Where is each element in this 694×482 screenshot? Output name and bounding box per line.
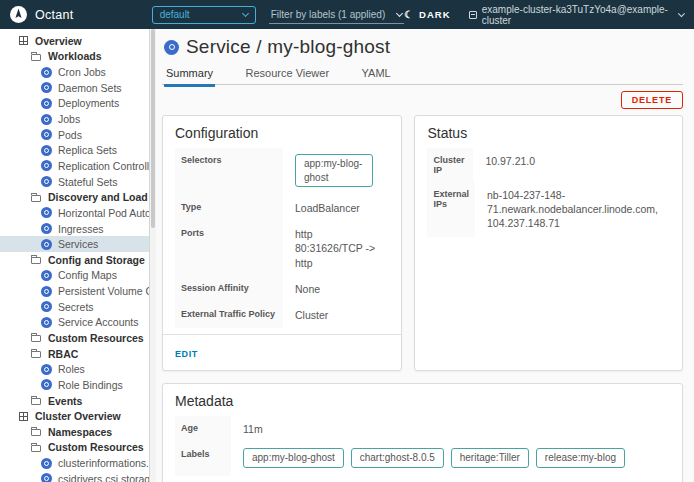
config-row: Type LoadBalancer [175, 195, 389, 221]
sidebar-item[interactable]: Replication Controllers [0, 158, 149, 174]
sidebar-item[interactable]: Roles [0, 361, 149, 377]
label-filter-dropdown[interactable]: Filter by labels (1 applied) [269, 6, 404, 24]
applications-icon [19, 36, 28, 45]
sidebar-item-label: Config and Storage [48, 254, 145, 266]
sidebar-item[interactable]: Services [0, 236, 149, 252]
config-row-value: app:my-blog-ghost [295, 154, 373, 187]
sidebar-item-label: Persistent Volume Claims [58, 285, 149, 297]
sidebar-item[interactable]: Horizontal Pod Autoscalers [0, 205, 149, 221]
sidebar-item[interactable]: Config Maps [0, 268, 149, 284]
tab[interactable]: YAML [360, 64, 393, 84]
label-tag: release:my-blog [536, 448, 625, 468]
sidebar-item[interactable]: Jobs [0, 111, 149, 127]
theme-toggle-button[interactable]: ☾ DARK [404, 9, 450, 20]
sidebar-item-label: Deployments [58, 97, 119, 109]
sidebar-item[interactable]: Replica Sets [0, 142, 149, 158]
chevron-down-icon [242, 10, 249, 17]
sidebar-item-label: Service Accounts [58, 316, 139, 328]
config-row-label: Selectors [175, 148, 283, 195]
app-header: Octant default Filter by labels (1 appli… [0, 0, 694, 29]
edit-link[interactable]: EDIT [175, 349, 198, 359]
config-row-value: LoadBalancer [295, 202, 360, 214]
sidebar-item[interactable]: Stateful Sets [0, 174, 149, 190]
chevron-down-icon [396, 9, 403, 16]
folder-icon [31, 351, 41, 358]
tab[interactable]: Resource Viewer [244, 64, 332, 84]
config-row-label: External Traffic Policy [175, 302, 283, 328]
cluster-icon [469, 11, 477, 19]
metadata-labels-row: Labels app:my-blog-ghost chart:ghost-8.0… [175, 442, 670, 476]
folder-icon [31, 429, 41, 436]
sidebar-item[interactable]: Discovery and Load Balancing [0, 189, 149, 205]
sidebar-item-label: Workloads [48, 50, 101, 62]
sidebar-item[interactable]: Service Accounts [0, 315, 149, 331]
folder-icon [31, 257, 41, 264]
page-title: Service / my-blog-ghost [186, 36, 390, 58]
resource-circle-icon [41, 129, 52, 140]
sidebar-item[interactable]: clusterinformations.crd.projec [0, 455, 149, 471]
sidebar-item[interactable]: csidrivers.csi.storage.k8s.io [0, 471, 149, 482]
age-value: 11m [231, 416, 670, 442]
sidebar-item-label: Horizontal Pod Autoscalers [58, 207, 149, 219]
tab[interactable]: Summary [164, 64, 215, 87]
app-title: Octant [35, 8, 74, 22]
sidebar-item[interactable]: RBAC [0, 346, 149, 362]
sidebar-item-label: Secrets [58, 301, 94, 313]
sidebar-item[interactable]: Overview [0, 33, 149, 49]
sidebar-item[interactable]: Daemon Sets [0, 80, 149, 96]
resource-circle-icon [41, 82, 52, 93]
status-row: External IPs nb-104-237-148-71.newark.no… [427, 182, 670, 237]
resource-circle-icon [41, 317, 52, 328]
sidebar-item[interactable]: Cluster Overview [0, 408, 149, 424]
sidebar-item-label: csidrivers.csi.storage.k8s.io [58, 473, 149, 482]
chevron-down-icon [678, 10, 685, 17]
sidebar-item[interactable]: Custom Resources [0, 440, 149, 456]
cluster-context-dropdown[interactable]: example-cluster-ka3TuTzYo4a@example-clus… [469, 4, 685, 26]
sidebar-item-label: Replication Controllers [58, 160, 149, 172]
resource-circle-icon [41, 145, 52, 156]
cluster-context-label: example-cluster-ka3TuTzYo4a@example-clus… [482, 4, 675, 26]
sidebar-item[interactable]: Persistent Volume Claims [0, 283, 149, 299]
scrollbar-thumb[interactable] [151, 29, 155, 228]
sidebar-item-label: Config Maps [58, 269, 117, 281]
sidebar-item-label: Overview [35, 35, 82, 47]
label-filter-text: Filter by labels (1 applied) [271, 9, 386, 20]
sidebar-item[interactable]: Cron Jobs [0, 64, 149, 80]
sidebar-item[interactable]: Pods [0, 127, 149, 143]
sidebar-scrollbar[interactable] [150, 29, 156, 482]
config-row-label: Ports [175, 221, 283, 276]
status-title: Status [427, 125, 670, 141]
sidebar-item[interactable]: Deployments [0, 96, 149, 112]
labels-label: Labels [175, 442, 231, 476]
moon-icon: ☾ [404, 9, 414, 20]
sidebar-item[interactable]: Config and Storage [0, 252, 149, 268]
namespace-value: default [160, 9, 190, 20]
config-row-value: Cluster [295, 309, 328, 321]
sidebar-item[interactable]: Ingresses [0, 221, 149, 237]
sidebar-item[interactable]: Workloads [0, 49, 149, 65]
delete-button[interactable]: DELETE [621, 91, 683, 109]
namespace-dropdown[interactable]: default [152, 6, 256, 24]
resource-circle-icon [41, 270, 52, 281]
metadata-title: Metadata [175, 393, 670, 409]
status-row-label: External IPs [427, 182, 475, 237]
sidebar-item[interactable]: Namespaces [0, 424, 149, 440]
resource-circle-icon [41, 114, 52, 125]
sidebar-item[interactable]: Secrets [0, 299, 149, 315]
status-row-label: Cluster IP [427, 148, 473, 182]
resource-circle-icon [41, 207, 52, 218]
configuration-card: Configuration Selectors app:my-blog-ghos… [162, 115, 402, 371]
sidebar-item-label: Jobs [58, 113, 80, 125]
sidebar-item[interactable]: Events [0, 393, 149, 409]
sidebar-item-label: Custom Resources [48, 332, 144, 344]
sidebar-item[interactable]: Custom Resources [0, 330, 149, 346]
sidebar-item[interactable]: Role Bindings [0, 377, 149, 393]
folder-icon [31, 335, 41, 342]
config-row-value: None [295, 283, 320, 295]
resource-circle-icon [41, 98, 52, 109]
service-icon [164, 40, 179, 55]
sidebar-item-label: Custom Resources [48, 441, 144, 453]
resource-circle-icon [41, 239, 52, 250]
sidebar-nav: Overview Workloads Cron Jobs [0, 29, 150, 482]
sidebar-item-label: Daemon Sets [58, 82, 122, 94]
